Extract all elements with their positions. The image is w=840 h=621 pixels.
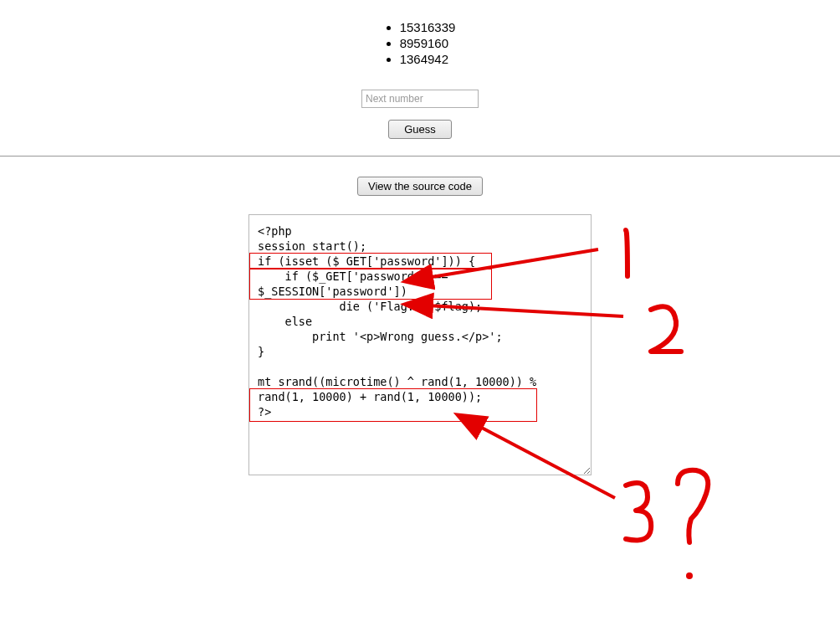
number-list: 15316339 8959160 1364942 bbox=[385, 18, 456, 68]
divider bbox=[0, 156, 840, 157]
guess-button[interactable]: Guess bbox=[388, 120, 452, 139]
list-item: 1364942 bbox=[400, 52, 456, 66]
list-item: 8959160 bbox=[400, 36, 456, 50]
source-code-textarea[interactable] bbox=[248, 214, 592, 475]
list-item: 15316339 bbox=[400, 20, 456, 34]
svg-point-3 bbox=[686, 572, 693, 579]
next-number-input[interactable] bbox=[361, 90, 479, 108]
view-source-button[interactable]: View the source code bbox=[357, 177, 483, 196]
